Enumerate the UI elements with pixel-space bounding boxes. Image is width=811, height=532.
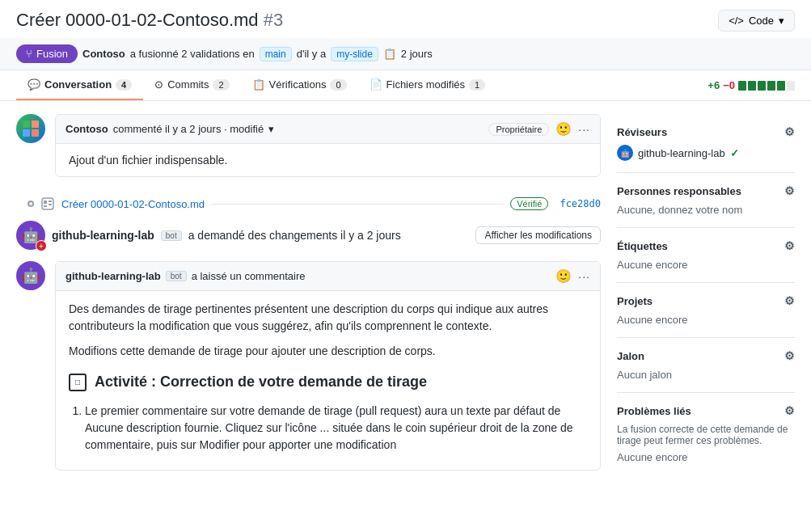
linked-issues-gear-icon[interactable]: ⚙	[784, 404, 795, 417]
assignees-value[interactable]: Aucune, donnez votre nom	[617, 204, 795, 216]
emoji-button[interactable]: 🙂	[555, 121, 572, 137]
first-comment-action: commenté il y a 2 jours · modifié	[113, 123, 264, 135]
main-branch-pill[interactable]: main	[260, 47, 292, 61]
reviewer-name[interactable]: github-learning-lab	[638, 147, 725, 159]
activity-list: Le premier commentaire sur votre demande…	[69, 403, 587, 454]
myslide-branch-pill[interactable]: my-slide	[331, 47, 378, 61]
more-options-icon[interactable]: ···	[578, 123, 590, 136]
verified-badge: Vérifié	[510, 197, 548, 210]
reviewers-section: Réviseurs ⚙ 🤖 github-learning-lab ✓	[617, 114, 795, 173]
commits-count: 2	[213, 79, 229, 91]
diff-stats: +6 −0	[708, 79, 795, 91]
show-changes-button[interactable]: Afficher les modifications	[475, 226, 601, 244]
first-comment-username[interactable]: Contoso	[65, 123, 108, 135]
tab-files[interactable]: 📄 Fichiers modifiés 1	[358, 70, 497, 100]
emoji-button2[interactable]: 🙂	[555, 268, 572, 284]
labels-value: Aucune encore	[617, 259, 795, 271]
review-request-row: 🤖 + github-learning-lab bot a demandé de…	[16, 221, 601, 250]
reviewers-label: Réviseurs	[617, 126, 667, 138]
pr-title: Créer 0000-01-02-Contoso.md #3	[16, 10, 283, 31]
reviewers-gear-icon[interactable]: ⚙	[784, 125, 795, 138]
clipboard-icon: 📋	[383, 48, 396, 60]
bot-badge: bot	[161, 230, 182, 241]
first-comment-body: Ajout d'un fichier indispensable.	[56, 144, 600, 176]
assignees-gear-icon[interactable]: ⚙	[784, 184, 795, 197]
milestone-label: Jalon	[617, 350, 644, 362]
tab-commits[interactable]: ⊙ Commits 2	[143, 70, 240, 100]
activity-section: □ Activité : Correction de votre demande…	[69, 371, 587, 454]
svg-rect-1	[32, 120, 39, 128]
svg-rect-2	[23, 129, 30, 137]
reviewer-avatar-icon: 🤖	[617, 145, 633, 161]
owner-badge: Propriétaire	[488, 123, 549, 136]
first-comment-header: Contoso commenté il y a 2 jours · modifi…	[56, 115, 600, 144]
second-comment-wrapper: 🤖 github-learning-lab bot a laissé un co…	[16, 261, 601, 471]
labels-gear-icon[interactable]: ⚙	[784, 239, 795, 252]
reviewer-username[interactable]: github-learning-lab	[52, 229, 154, 242]
code-button[interactable]: </> Code ▾	[718, 10, 795, 32]
svg-rect-5	[44, 201, 47, 204]
linked-issues-value: Aucune encore	[617, 451, 795, 463]
linked-issues-label: Problèmes liés	[617, 405, 691, 417]
activity-title-text: Activité : Correction de votre demande d…	[95, 371, 427, 393]
commits-icon: ⊙	[154, 78, 163, 91]
commit-text[interactable]: Créer 0000-01-02-Contoso.md	[61, 198, 205, 210]
contoso-avatar	[16, 114, 45, 143]
code-icon: </>	[729, 15, 744, 27]
svg-rect-7	[49, 204, 52, 205]
merge-icon: ⑂	[26, 48, 32, 60]
review-action-text: a demandé des changements il y a 2 jours	[188, 229, 401, 242]
activity-icon: □	[69, 374, 87, 391]
svg-rect-8	[44, 205, 47, 207]
more-options-icon2[interactable]: ···	[578, 270, 590, 283]
assignees-section: Personnes responsables ⚙ Aucune, donnez …	[617, 173, 795, 228]
projects-section: Projets ⚙ Aucune encore	[617, 283, 795, 338]
svg-rect-6	[49, 201, 52, 202]
status-bar: ⑂ Fusion Contoso a fusionné 2 validation…	[0, 38, 811, 70]
activity-item-1: Le premier commentaire sur votre demande…	[85, 403, 587, 454]
linked-issues-section: Problèmes liés ⚙ La fusion correcte de c…	[617, 393, 795, 475]
labels-section: Étiquettes ⚙ Aucune encore	[617, 228, 795, 283]
reviewer-avatar: 🤖 +	[16, 221, 45, 250]
conversation-count: 4	[116, 79, 132, 91]
first-comment-dropdown[interactable]: ▾	[268, 123, 274, 135]
files-count: 1	[469, 79, 485, 91]
plus-badge: +	[36, 240, 47, 251]
projects-value: Aucune encore	[617, 314, 795, 326]
reviewer-avatar2: 🤖	[16, 261, 45, 290]
labels-label: Étiquettes	[617, 240, 668, 252]
reviewer-check-icon: ✓	[730, 147, 739, 159]
verifications-count: 0	[330, 79, 346, 91]
bot-badge2: bot	[166, 271, 187, 281]
second-comment-header: github-learning-lab bot a laissé un comm…	[56, 262, 600, 291]
tab-conversation[interactable]: 💬 Conversation 4	[16, 70, 143, 100]
milestone-gear-icon[interactable]: ⚙	[784, 349, 795, 362]
check-icon: 📋	[252, 78, 265, 91]
reviewer-row: 🤖 github-learning-lab ✓	[617, 145, 795, 161]
svg-rect-3	[32, 129, 39, 137]
svg-rect-0	[23, 120, 30, 128]
status-username[interactable]: Contoso	[82, 48, 125, 60]
linked-issues-desc: La fusion correcte de cette demande de t…	[617, 424, 795, 446]
second-comment-action: a laissé un commentaire	[192, 270, 306, 282]
conversation-icon: 💬	[27, 78, 40, 91]
tabs-bar: 💬 Conversation 4 ⊙ Commits 2 📋 Vérificat…	[0, 70, 811, 101]
second-comment-body: Des demandes de tirage pertinentes prése…	[56, 291, 600, 470]
chevron-down-icon: ▾	[779, 15, 784, 27]
assignees-label: Personnes responsables	[617, 185, 741, 197]
svg-rect-4	[42, 198, 53, 209]
commit-icon	[40, 196, 55, 211]
fusion-badge: ⑂ Fusion	[16, 44, 78, 63]
milestone-value: Aucun jalon	[617, 369, 795, 381]
tab-verifications[interactable]: 📋 Vérifications 0	[241, 70, 358, 100]
second-comment-username[interactable]: github-learning-lab	[65, 270, 161, 282]
files-icon: 📄	[370, 78, 382, 91]
projects-gear-icon[interactable]: ⚙	[784, 294, 795, 307]
projects-label: Projets	[617, 295, 653, 307]
milestone-section: Jalon ⚙ Aucun jalon	[617, 338, 795, 393]
commit-row: Créer 0000-01-02-Contoso.md Vérifié fce2…	[16, 196, 601, 211]
commit-hash[interactable]: fce28d0	[560, 198, 601, 209]
sidebar: Réviseurs ⚙ 🤖 github-learning-lab ✓ Pers…	[617, 114, 795, 475]
